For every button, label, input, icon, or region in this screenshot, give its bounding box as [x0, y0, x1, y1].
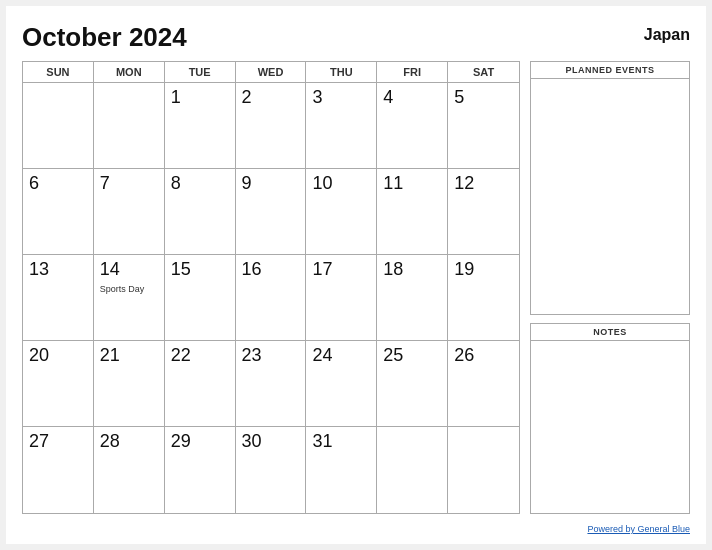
day-cell-27: 27 — [23, 427, 94, 513]
day-header-tue: TUE — [165, 62, 236, 82]
day-number: 10 — [312, 173, 332, 195]
planned-events-box: PLANNED EVENTS — [530, 61, 690, 315]
day-cell-18: 18 — [377, 255, 448, 341]
day-cell-6: 6 — [23, 169, 94, 255]
day-number: 6 — [29, 173, 39, 195]
day-cell-empty — [94, 83, 165, 169]
day-number: 12 — [454, 173, 474, 195]
day-number: 18 — [383, 259, 403, 281]
day-cell-29: 29 — [165, 427, 236, 513]
day-cell-10: 10 — [306, 169, 377, 255]
day-cell-empty — [448, 427, 519, 513]
day-headers: SUNMONTUEWEDTHUFRISAT — [23, 62, 519, 83]
day-cell-4: 4 — [377, 83, 448, 169]
footer-link[interactable]: Powered by General Blue — [587, 524, 690, 534]
month-title: October 2024 — [22, 22, 187, 53]
day-cell-26: 26 — [448, 341, 519, 427]
day-number: 9 — [242, 173, 252, 195]
day-header-fri: FRI — [377, 62, 448, 82]
day-cell-9: 9 — [236, 169, 307, 255]
day-cell-31: 31 — [306, 427, 377, 513]
day-cell-15: 15 — [165, 255, 236, 341]
day-cell-empty — [23, 83, 94, 169]
day-cell-17: 17 — [306, 255, 377, 341]
day-cell-19: 19 — [448, 255, 519, 341]
day-number: 29 — [171, 431, 191, 453]
calendar-grid: 1234567891011121314Sports Day15161718192… — [23, 83, 519, 513]
day-header-thu: THU — [306, 62, 377, 82]
day-number: 20 — [29, 345, 49, 367]
day-header-mon: MON — [94, 62, 165, 82]
day-number: 14 — [100, 259, 120, 281]
day-cell-3: 3 — [306, 83, 377, 169]
day-cell-1: 1 — [165, 83, 236, 169]
day-cell-11: 11 — [377, 169, 448, 255]
day-header-sat: SAT — [448, 62, 519, 82]
day-number: 31 — [312, 431, 332, 453]
day-cell-7: 7 — [94, 169, 165, 255]
day-cell-21: 21 — [94, 341, 165, 427]
day-cell-14: 14Sports Day — [94, 255, 165, 341]
notes-content — [531, 341, 689, 513]
day-cell-28: 28 — [94, 427, 165, 513]
day-number: 22 — [171, 345, 191, 367]
day-number: 30 — [242, 431, 262, 453]
event-label: Sports Day — [100, 284, 145, 295]
day-cell-23: 23 — [236, 341, 307, 427]
day-number: 27 — [29, 431, 49, 453]
day-number: 15 — [171, 259, 191, 281]
day-number: 19 — [454, 259, 474, 281]
day-cell-20: 20 — [23, 341, 94, 427]
notes-box: NOTES — [530, 323, 690, 514]
footer: Powered by General Blue — [22, 514, 690, 536]
day-cell-24: 24 — [306, 341, 377, 427]
day-number: 13 — [29, 259, 49, 281]
main-area: SUNMONTUEWEDTHUFRISAT 123456789101112131… — [22, 61, 690, 514]
right-panel: PLANNED EVENTS NOTES — [530, 61, 690, 514]
day-cell-2: 2 — [236, 83, 307, 169]
day-header-sun: SUN — [23, 62, 94, 82]
day-cell-8: 8 — [165, 169, 236, 255]
planned-events-content — [531, 79, 689, 314]
day-header-wed: WED — [236, 62, 307, 82]
day-number: 16 — [242, 259, 262, 281]
day-number: 2 — [242, 87, 252, 109]
page: October 2024 Japan SUNMONTUEWEDTHUFRISAT… — [6, 6, 706, 544]
day-number: 3 — [312, 87, 322, 109]
day-number: 28 — [100, 431, 120, 453]
day-number: 23 — [242, 345, 262, 367]
day-number: 11 — [383, 173, 403, 195]
day-number: 7 — [100, 173, 110, 195]
day-cell-12: 12 — [448, 169, 519, 255]
day-cell-5: 5 — [448, 83, 519, 169]
country-title: Japan — [644, 22, 690, 44]
day-cell-30: 30 — [236, 427, 307, 513]
day-cell-16: 16 — [236, 255, 307, 341]
day-number: 26 — [454, 345, 474, 367]
planned-events-header: PLANNED EVENTS — [531, 62, 689, 79]
day-number: 4 — [383, 87, 393, 109]
day-cell-22: 22 — [165, 341, 236, 427]
day-number: 5 — [454, 87, 464, 109]
day-number: 25 — [383, 345, 403, 367]
notes-header: NOTES — [531, 324, 689, 341]
day-number: 17 — [312, 259, 332, 281]
day-cell-25: 25 — [377, 341, 448, 427]
day-number: 8 — [171, 173, 181, 195]
day-cell-empty — [377, 427, 448, 513]
day-cell-13: 13 — [23, 255, 94, 341]
calendar-section: SUNMONTUEWEDTHUFRISAT 123456789101112131… — [22, 61, 520, 514]
day-number: 21 — [100, 345, 120, 367]
header: October 2024 Japan — [22, 22, 690, 53]
day-number: 1 — [171, 87, 181, 109]
day-number: 24 — [312, 345, 332, 367]
